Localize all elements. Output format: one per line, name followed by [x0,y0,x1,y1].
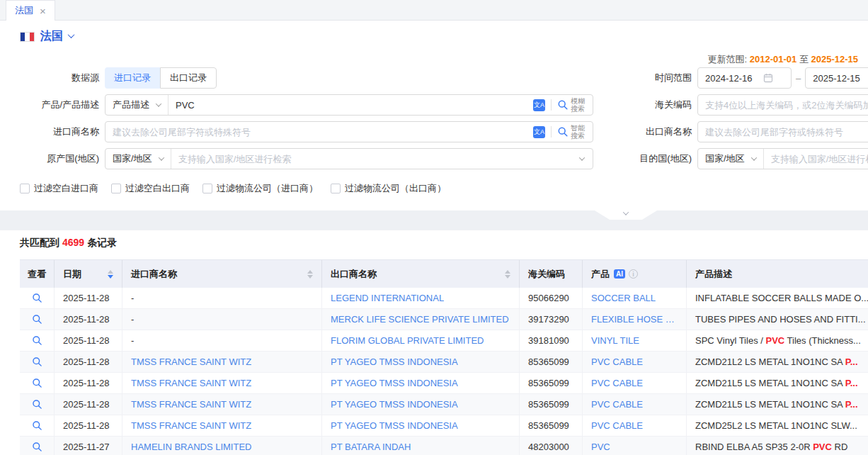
product-link[interactable]: PVC CABLE [591,356,643,367]
product-input-suffix: 模糊搜索 [527,97,593,113]
datasource-label: 数据源 [20,72,105,84]
checkbox-icon[interactable] [20,184,30,193]
header-importer[interactable]: 进口商名称 [122,260,322,288]
origin-input[interactable] [171,149,580,169]
filter-logistics-importer[interactable]: 过滤物流公司（进口商） [202,182,318,195]
importer-link[interactable]: TMSS FRANCE SAINT WITZ [131,420,251,431]
cell-hs-code: 85365099 [520,394,583,415]
info-icon[interactable] [629,269,638,279]
hs-code-box [697,94,868,116]
cell-importer: TMSS FRANCE SAINT WITZ [122,394,322,415]
sort-icon[interactable] [108,270,113,279]
exporter-link[interactable]: PT BATARA INDAH [331,442,411,452]
chevron-down-icon [158,155,164,160]
tab-france[interactable]: 法国 × [6,0,55,21]
importer-link[interactable]: TMSS FRANCE SAINT WITZ [131,399,251,410]
importer-link[interactable]: HAMELIN BRANDS LIMITED [131,442,251,452]
search-panel: 法国 更新范围: 2012-01-01 至 2025-12-15 数据源 进口记… [0,21,868,210]
translate-icon[interactable] [533,126,545,138]
cell-importer: - [122,288,322,308]
product-link[interactable]: PVC CABLE [591,420,643,431]
header-date[interactable]: 日期 [55,260,122,288]
update-range-label: 更新范围: [708,54,748,64]
results-panel: 共匹配到4699条记录 查看 日期 进口商名称 出口商名称 海关编码 [0,230,868,455]
hs-code-label: 海关编码 [627,99,697,111]
tab-bar: 法国 × [0,0,868,21]
update-range: 更新范围: 2012-01-01 至 2025-12-15 [708,53,859,66]
sort-icon[interactable] [505,270,510,279]
calendar-icon[interactable] [763,73,773,83]
exporter-link[interactable]: PT YAGEO TMSS INDONESIA [331,378,458,388]
product-field-select[interactable]: 产品描述 [105,95,169,115]
view-record-button[interactable] [32,335,42,346]
collapse-panel-button[interactable] [595,210,657,220]
import-records-tab[interactable]: 进口记录 [105,67,160,89]
cell-exporter: PT YAGEO TMSS INDONESIA [322,373,520,393]
view-record-button[interactable] [32,378,42,388]
cell-date: 2025-11-28 [55,288,122,308]
cell-date: 2025-11-28 [55,373,122,393]
close-icon[interactable]: × [40,6,46,16]
view-record-button[interactable] [32,399,42,410]
product-link[interactable]: PVC [591,442,610,452]
importer-link[interactable]: TMSS FRANCE SAINT WITZ [131,378,251,388]
table-body: 2025-11-28 - LEGEND INTERNATIONAL 950662… [20,288,868,455]
view-record-button[interactable] [32,442,42,452]
filter-blank-exporter[interactable]: 过滤空白出口商 [111,182,190,195]
destination-type-select[interactable]: 国家/地区 [698,149,764,169]
update-range-end: 2025-12-15 [811,54,859,64]
sort-icon[interactable] [307,270,313,279]
cell-hs-code: 85365099 [520,373,583,393]
date-end-box [805,67,868,89]
exporter-link[interactable]: PT YAGEO TMSS INDONESIA [331,420,458,431]
origin-type-select[interactable]: 国家/地区 [105,149,171,169]
smart-search-label: 智能搜索 [571,124,587,140]
destination-input[interactable] [764,149,868,169]
cell-view [20,309,55,330]
product-link[interactable]: SOCCER BALL [591,293,656,303]
product-link[interactable]: VINYL TILE [591,335,639,346]
header-exporter[interactable]: 出口商名称 [322,260,520,288]
magnifier-icon [32,293,42,303]
exporter-link[interactable]: PT YAGEO TMSS INDONESIA [331,356,458,367]
view-record-button[interactable] [32,356,42,367]
view-record-button[interactable] [32,314,42,325]
exporter-input[interactable] [698,122,868,142]
view-record-button[interactable] [32,293,42,303]
product-link[interactable]: PVC CABLE [591,399,643,410]
cell-hs-code: 95066290 [520,288,583,308]
exporter-link[interactable]: PT YAGEO TMSS INDONESIA [331,399,458,410]
smart-search-toggle[interactable]: 智能搜索 [557,124,587,140]
product-link[interactable]: PVC CABLE [591,378,643,388]
hs-code-input[interactable] [698,95,868,115]
magnifier-icon [32,314,42,325]
origin-select-value: 国家/地区 [113,152,152,165]
magnifier-icon [32,378,42,388]
filter-blank-importer[interactable]: 过滤空白进口商 [20,182,98,195]
cell-hs-code: 39181090 [520,330,583,351]
date-end-input[interactable] [806,68,868,88]
exporter-link[interactable]: LEGEND INTERNATIONAL [331,293,444,303]
time-range-label: 时间范围 [627,72,697,84]
date-start-input[interactable] [698,68,763,88]
exporter-link[interactable]: MERCK LIFE SCIENCE PRIVATE LIMITED [331,314,509,325]
table-row: 2025-11-28 - LEGEND INTERNATIONAL 950662… [20,288,868,309]
filter-logistics-exporter[interactable]: 过滤物流公司（出口商） [331,182,446,195]
export-records-tab[interactable]: 出口记录 [160,67,217,89]
checkbox-icon[interactable] [111,184,121,193]
translate-icon[interactable] [533,99,545,111]
cell-product: VINYL TILE [583,330,687,351]
exporter-box [697,121,868,142]
fuzzy-search-toggle[interactable]: 模糊搜索 [557,97,587,113]
product-search-input[interactable] [169,95,527,115]
cell-view [20,373,55,393]
importer-input[interactable] [105,122,527,142]
exporter-link[interactable]: FLORIM GLOBAL PRIVATE LIMITED [331,335,484,346]
checkbox-icon[interactable] [331,184,341,193]
product-link[interactable]: FLEXIBLE HOSE PVC [591,314,678,325]
country-selector[interactable]: 法国 [20,29,74,44]
importer-link[interactable]: TMSS FRANCE SAINT WITZ [131,356,251,367]
view-record-button[interactable] [32,420,42,431]
magnifier-icon [32,335,42,346]
checkbox-icon[interactable] [202,184,212,193]
